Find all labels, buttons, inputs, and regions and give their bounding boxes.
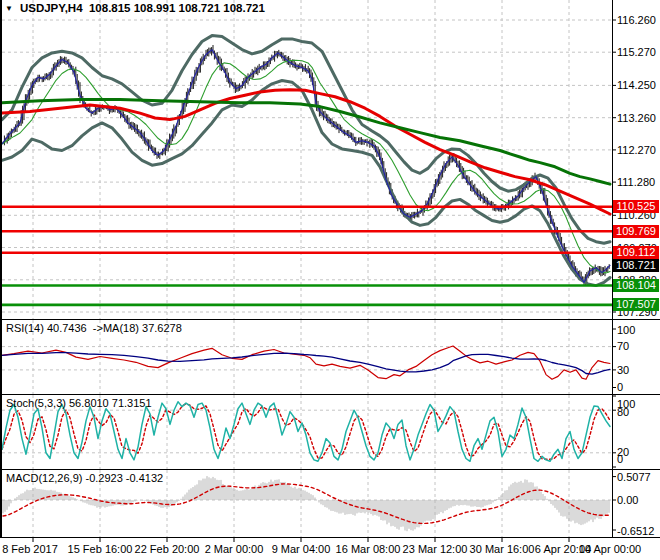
indicator-scale-label: -0.6512 — [617, 525, 654, 537]
date-axis-label: 22 Feb 20:00 — [135, 543, 200, 555]
date-axis-label: 9 Mar 04:00 — [272, 543, 331, 555]
price-axis-label: 116.260 — [617, 14, 656, 26]
rsi-indicator-label: RSI(14) 40.7436 ->MA(18) 37.6278 — [6, 322, 182, 334]
price-axis-label: 114.250 — [617, 79, 656, 91]
indicator-scale-label: 70 — [617, 340, 629, 352]
price-level-badge: 110.525 — [613, 200, 659, 213]
price-level-badge: 107.507 — [613, 298, 659, 311]
stoch-indicator-label: Stoch(5,3,3) 56.8010 71.3151 — [6, 397, 152, 409]
current-price-badge: 108.721 — [613, 259, 659, 272]
chart-title: ▼USDJPY,H4 108.815 108.991 108.721 108.7… — [5, 2, 265, 14]
price-axis-label: 112.270 — [617, 144, 656, 156]
chart-window: ▼USDJPY,H4 108.815 108.991 108.721 108.7… — [0, 0, 660, 560]
price-axis-label: 113.260 — [617, 112, 656, 124]
date-axis-label: 30 Mar 16:00 — [470, 543, 535, 555]
indicator-scale-label: 0.00 — [617, 494, 638, 506]
date-axis-label: 16 Mar 08:00 — [336, 543, 401, 555]
price-level-badge: 109.112 — [613, 246, 659, 259]
price-level-badge: 109.769 — [613, 225, 659, 238]
indicator-scale-label: 0 — [617, 381, 623, 393]
price-level-badge: 108.104 — [613, 279, 659, 292]
title-text: USDJPY,H4 108.815 108.991 108.721 108.72… — [20, 2, 265, 14]
date-axis-label: 15 Feb 16:00 — [68, 543, 133, 555]
indicator-scale-label: 0 — [617, 453, 623, 465]
macd-indicator-label: MACD(12,26,9) -0.2923 -0.4132 — [6, 472, 163, 484]
indicator-scale-label: 0.5077 — [617, 471, 651, 483]
date-axis-label: 2 Mar 00:00 — [205, 543, 264, 555]
date-axis-label: 8 Feb 2017 — [2, 543, 58, 555]
dropdown-arrow-icon[interactable]: ▼ — [5, 4, 13, 13]
indicator-scale-label: 30 — [617, 364, 629, 376]
price-axis-label: 111.280 — [617, 176, 655, 188]
price-axis-label: 115.270 — [617, 46, 656, 58]
indicator-scale-label: 100 — [617, 324, 635, 336]
indicator-scale-label: 80 — [617, 406, 629, 418]
date-axis-label: 14 Apr 00:00 — [579, 543, 641, 555]
date-axis-label: 23 Mar 12:00 — [403, 543, 468, 555]
